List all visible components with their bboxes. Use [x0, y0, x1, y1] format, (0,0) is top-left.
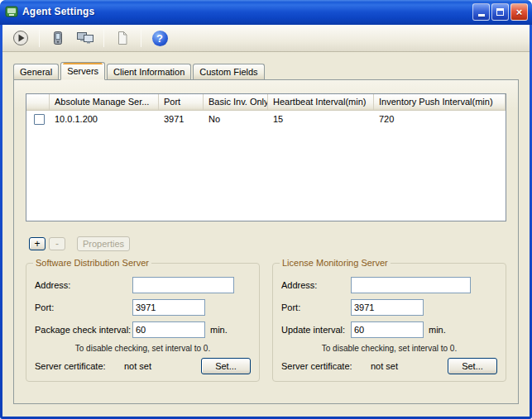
minimize-button[interactable] [472, 3, 490, 21]
window-title: Agent Settings [22, 6, 94, 17]
lms-interval-note: To disable checking, set interval to 0. [281, 344, 497, 353]
remove-server-button[interactable]: - [49, 237, 65, 250]
column-header-inventory-push[interactable]: Inventory Push Interval(min) [374, 94, 506, 110]
lms-port-label: Port: [281, 302, 351, 312]
lms-interval-row: Update interval: min. [281, 321, 497, 338]
sds-port-input[interactable] [132, 299, 205, 316]
sds-interval-input[interactable] [132, 321, 205, 338]
help-icon: ? [152, 31, 168, 46]
app-icon [5, 5, 18, 18]
lms-address-row: Address: [281, 277, 497, 293]
table-row[interactable]: 10.0.1.200 3971 No 15 720 [26, 111, 506, 127]
toolbar-separator [39, 29, 40, 47]
sds-address-label: Address: [35, 280, 132, 290]
lms-address-label: Address: [281, 280, 351, 290]
cell-port: 3971 [159, 114, 204, 124]
column-header-heartbeat[interactable]: Heartbeat Interval(min) [268, 94, 374, 110]
tab-custom-fields[interactable]: Custom Fields [193, 64, 264, 79]
cell-server-address: 10.0.1.200 [50, 114, 159, 124]
sds-set-certificate-button[interactable]: Set... [201, 358, 251, 374]
lms-address-input[interactable] [351, 277, 471, 293]
server-settings-groups: Software Distribution Server Address: Po… [26, 263, 506, 382]
close-button[interactable]: × [510, 3, 528, 21]
agent-settings-window: Agent Settings × [0, 0, 532, 419]
computers-icon [76, 30, 94, 46]
sds-certificate-row: Server certificate: not set Set... [35, 358, 251, 374]
server-table: Absolute Manage Ser... Port Basic Inv. O… [26, 93, 506, 221]
lms-port-row: Port: [281, 299, 497, 316]
tab-client-information[interactable]: Client Information [107, 64, 191, 79]
window-controls: × [472, 3, 528, 21]
lms-interval-input[interactable] [351, 321, 424, 338]
sds-certificate-label: Server certificate: [35, 361, 124, 371]
help-toolbar-button[interactable]: ? [148, 27, 171, 49]
lms-interval-unit: min. [429, 325, 446, 335]
lms-set-certificate-button[interactable]: Set... [448, 358, 497, 374]
sds-port-label: Port: [35, 302, 132, 312]
lms-certificate-value: not set [371, 361, 398, 371]
license-monitoring-group-title: License Monitoring Server [280, 258, 391, 268]
lms-certificate-label: Server certificate: [281, 361, 371, 371]
execute-toolbar-button[interactable] [9, 27, 32, 49]
sds-interval-unit: min. [210, 325, 228, 335]
mobile-device-toolbar-button[interactable] [46, 27, 69, 49]
sds-address-row: Address: [35, 277, 251, 293]
tab-bar: General Servers Client Information Custo… [13, 62, 519, 79]
software-distribution-group: Software Distribution Server Address: Po… [26, 263, 260, 382]
cell-heartbeat-interval: 15 [268, 114, 374, 124]
sds-interval-row: Package check interval: min. [35, 321, 251, 338]
lms-certificate-row: Server certificate: not set Set... [281, 358, 497, 374]
title-bar[interactable]: Agent Settings × [0, 0, 532, 25]
lms-interval-label: Update interval: [281, 325, 351, 335]
row-checkbox-cell [26, 114, 50, 125]
column-header-checkbox[interactable] [26, 94, 50, 110]
cell-inventory-push-interval: 720 [374, 114, 506, 124]
sds-interval-label: Package check interval: [35, 325, 132, 335]
sds-port-row: Port: [35, 299, 251, 316]
license-monitoring-group: License Monitoring Server Address: Port:… [272, 263, 506, 382]
tab-general[interactable]: General [13, 64, 59, 79]
mobile-device-icon [50, 30, 66, 46]
column-header-port[interactable]: Port [159, 94, 204, 110]
toolbar-separator [141, 29, 141, 47]
tab-servers[interactable]: Servers [60, 62, 105, 80]
lms-port-input[interactable] [351, 299, 424, 316]
add-server-button[interactable]: + [29, 237, 46, 250]
computers-toolbar-button[interactable] [74, 27, 97, 49]
maximize-button[interactable] [491, 3, 509, 21]
column-header-basic-inv[interactable]: Basic Inv. Only [204, 94, 268, 110]
file-icon [114, 30, 131, 46]
list-button-row: + - Properties [29, 236, 518, 251]
column-header-server[interactable]: Absolute Manage Ser... [50, 94, 159, 110]
properties-button[interactable]: Properties [77, 236, 130, 251]
maximize-icon [496, 8, 504, 16]
servers-tab-panel: Absolute Manage Ser... Port Basic Inv. O… [13, 79, 519, 404]
server-row-checkbox[interactable] [34, 114, 45, 125]
sds-interval-note: To disable checking, set interval to 0. [35, 344, 251, 353]
sds-address-input[interactable] [132, 277, 234, 293]
software-distribution-group-title: Software Distribution Server [33, 258, 151, 268]
minimize-icon [478, 14, 485, 17]
execute-icon [12, 30, 29, 46]
close-icon: × [516, 7, 523, 17]
toolbar-separator [103, 29, 104, 47]
cell-basic-inv-only: No [204, 114, 268, 124]
sds-certificate-value: not set [124, 361, 151, 371]
file-toolbar-button[interactable] [111, 27, 134, 49]
server-table-header: Absolute Manage Ser... Port Basic Inv. O… [26, 94, 506, 111]
window-body: ? General Servers Client Information Cus… [2, 25, 530, 417]
toolbar: ? [2, 25, 530, 52]
